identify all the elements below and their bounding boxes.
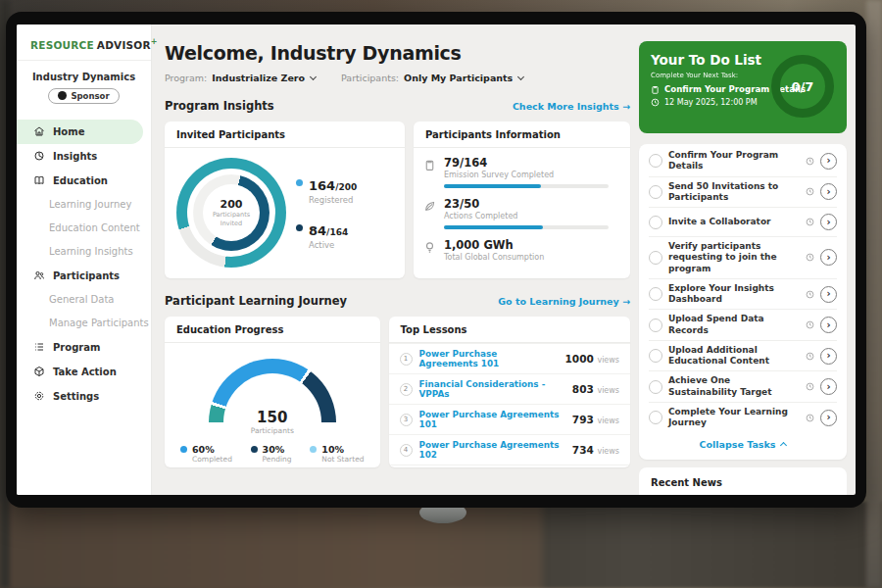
page-title: Welcome, Industry Dynamics [165,42,630,64]
sidebar-item-label: Insights [53,151,97,162]
task-open-button[interactable] [820,317,837,333]
survey-icon [423,159,436,172]
task-row[interactable]: Invite a Collaborator [649,207,837,236]
legend-pending: 30%Pending [251,444,292,464]
recent-news-title: Recent News [651,477,835,495]
top-lessons-card: Top Lessons 1 Power Purchase Agreements … [389,317,630,467]
task-open-button[interactable] [820,348,837,365]
task-label: Invite a Collaborator [668,217,800,227]
sidebar-item-participants[interactable]: Participants [17,264,151,288]
sidebar-item-learning-insights[interactable]: Learning Insights [17,240,151,264]
task-row[interactable]: Upload Additional Educational Content [649,340,837,371]
program-select[interactable]: Program:Industrialize Zero [165,73,316,83]
clock-icon [806,218,814,226]
gauge-center-label: Participants [209,426,336,435]
task-open-button[interactable] [820,183,837,200]
task-label: Explore Your Insights Dashboard [668,283,800,306]
lesson-rank: 4 [400,444,413,457]
task-row[interactable]: Verify participants requesting to join t… [649,236,837,278]
leaf-icon [423,200,436,213]
sidebar-item-learning-journey[interactable]: Learning Journey [17,193,151,217]
task-checkbox[interactable] [649,185,662,199]
go-to-learning-journey-link[interactable]: Go to Learning Journey [498,296,630,307]
legend-not-started: 10%Not Started [310,444,364,464]
info-label: Total Global Consumption [444,253,616,262]
lesson-row[interactable]: 1 Power Purchase Agreements 101 1000 vie… [389,343,630,373]
task-checkbox[interactable] [649,349,662,363]
sidebar-item-education-content[interactable]: Education Content [17,217,151,240]
sidebar-item-label: Take Action [53,367,117,377]
program-label: Program: [165,73,207,83]
task-open-button[interactable] [820,249,837,266]
task-open-button[interactable] [820,286,837,303]
clock-icon [806,253,814,262]
lesson-row[interactable]: 3 Power Purchase Agreements 101 793 view… [389,404,630,434]
clipboard-icon [651,85,660,94]
lesson-rank: 3 [400,414,413,426]
lesson-link[interactable]: Power Purchase Agreements 101 [419,349,559,368]
task-row[interactable]: Explore Your Insights Dashboard [649,278,837,310]
task-row[interactable]: Send 50 Invitations to Participants [649,176,837,208]
chevron-down-icon [517,74,524,80]
background-light-right [866,0,882,588]
lesson-row[interactable]: 4 Power Purchase Agreements 102 734 view… [389,434,630,465]
sidebar-item-label: Education Content [49,222,140,233]
invited-participants-card: Invited Participants 200 Participants In… [165,122,405,278]
task-checkbox[interactable] [649,154,662,168]
task-row[interactable]: Complete Your Learning Journey [649,402,837,433]
task-checkbox[interactable] [649,318,662,332]
legend-dot [251,446,258,453]
sidebar-item-home[interactable]: Home [17,120,143,144]
task-row[interactable]: Upload Spend Data Records [649,309,837,340]
list-icon [33,341,45,353]
task-checkbox[interactable] [649,216,662,229]
sidebar-item-insights[interactable]: Insights [17,144,151,169]
info-value: 79/164 [444,156,616,170]
info-row-consumption: 1,000 GWh Total Global Consumption [423,238,616,262]
task-open-button[interactable] [820,378,837,395]
lesson-rank: 1 [400,353,413,366]
task-checkbox[interactable] [649,251,662,265]
participants-select[interactable]: Participants:Only My Participants [341,73,523,83]
task-row[interactable]: Achieve One Sustainability Target [649,370,837,402]
task-checkbox[interactable] [649,411,662,424]
lesson-link[interactable]: Power Purchase Agreements 102 [419,440,565,460]
actions-progress-bar [444,225,609,229]
task-open-button[interactable] [820,410,837,426]
collapse-tasks-link[interactable]: Collapse Tasks [649,432,837,455]
task-checkbox[interactable] [649,380,662,394]
clock-icon [806,187,814,196]
lesson-link[interactable]: Power Purchase Agreements 101 [419,410,565,429]
card-title: Top Lessons [389,317,630,343]
lesson-row[interactable]: 5 Power Purchase Agreements 103 600 view… [389,465,630,467]
education-progress-card: Education Progress 150 Participants 60%C… [165,317,380,467]
sidebar-item-take-action[interactable]: Take Action [17,360,151,384]
task-label: Verify participants requesting to join t… [668,241,800,274]
legend-active: 84/164 Active [296,220,357,250]
org-name: Industry Dynamics [17,72,151,82]
check-more-insights-link[interactable]: Check More Insights [513,101,630,112]
sidebar-item-education[interactable]: Education [17,169,151,193]
main-content: Welcome, Industry Dynamics Program:Indus… [152,24,639,495]
todo-next-time: 12 May 2025, 12:00 PM [664,98,758,107]
sidebar-item-manage-participants[interactable]: Manage Participants [17,312,151,335]
gear-icon [33,390,45,402]
lesson-link[interactable]: Financial Considerations - VPPAs [419,379,565,399]
card-title: Invited Participants [165,122,405,148]
task-open-button[interactable] [820,214,837,230]
donut-center-label: Participants [213,211,250,219]
lesson-row[interactable]: 2 Financial Considerations - VPPAs 803 v… [389,373,630,404]
sidebar-item-label: Home [53,126,84,137]
sidebar-item-settings[interactable]: Settings [17,384,151,409]
donut-center-value: 200 [220,198,243,211]
task-open-button[interactable] [820,153,837,170]
clock-icon [806,414,814,422]
task-label: Upload Additional Educational Content [668,345,800,368]
section-title-learning-journey: Participant Learning Journey [165,294,347,308]
task-checkbox[interactable] [649,287,662,301]
monitor-bezel: RESOURCEADVISOR+ Industry Dynamics Spons… [6,12,866,508]
sidebar-item-general-data[interactable]: General Data [17,288,151,312]
task-row[interactable]: Confirm Your Program Details [649,146,837,176]
sidebar-item-program[interactable]: Program [17,335,151,360]
donut-center-label: Invited [220,220,242,227]
